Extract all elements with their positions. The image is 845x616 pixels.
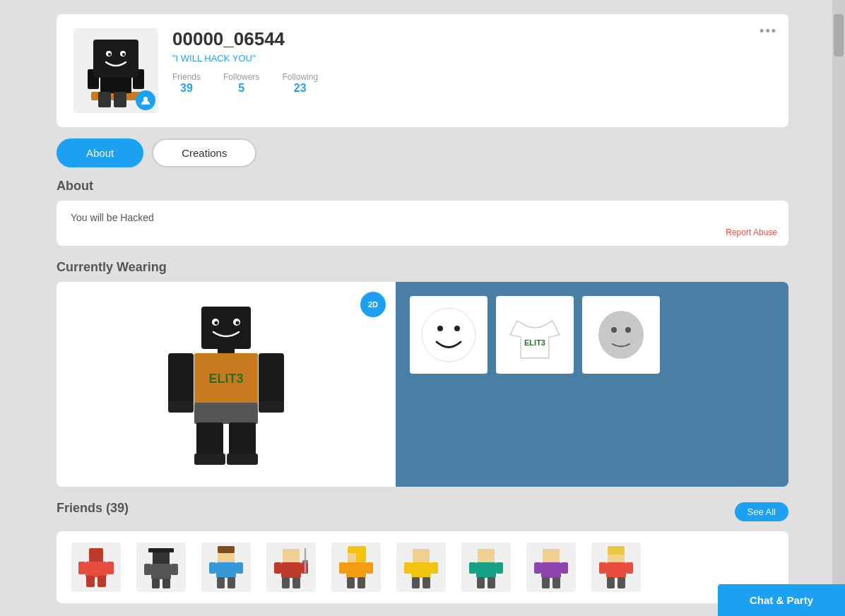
- svg-rect-60: [283, 549, 300, 563]
- svg-rect-23: [168, 401, 194, 413]
- svg-rect-13: [201, 307, 251, 349]
- profile-username: 00000_06544: [172, 28, 772, 50]
- svg-rect-61: [281, 562, 301, 578]
- wearing-card: 2D ELIT3: [57, 282, 788, 487]
- list-item[interactable]: [198, 543, 254, 592]
- stat-friends: Friends 39: [172, 72, 201, 95]
- friend-avatar: [136, 543, 186, 592]
- svg-rect-21: [168, 353, 194, 404]
- svg-rect-78: [404, 562, 411, 574]
- svg-rect-77: [411, 562, 431, 578]
- svg-rect-86: [477, 577, 485, 588]
- list-item[interactable]: [68, 543, 124, 592]
- stat-following-label: Following: [282, 72, 318, 82]
- svg-rect-25: [194, 403, 258, 424]
- svg-rect-95: [608, 546, 625, 555]
- chat-bar[interactable]: Chat & Party: [718, 584, 845, 616]
- svg-rect-45: [98, 576, 106, 587]
- profile-info: 00000_06544 "I WILL HACK YOU" Friends 39…: [172, 28, 772, 95]
- list-item[interactable]: [588, 543, 644, 592]
- character-3d: ELIT3: [155, 300, 297, 469]
- avatar-badge: [136, 90, 155, 110]
- profile-stats: Friends 39 Followers 5 Following 23: [172, 72, 772, 95]
- svg-point-16: [215, 321, 218, 325]
- svg-rect-89: [541, 562, 561, 578]
- svg-point-33: [454, 326, 460, 331]
- svg-point-17: [236, 321, 240, 325]
- list-item[interactable]: [263, 543, 319, 592]
- svg-rect-65: [292, 577, 300, 588]
- svg-rect-92: [542, 577, 550, 588]
- svg-rect-48: [151, 564, 171, 579]
- svg-rect-40: [89, 548, 103, 562]
- friend-avatar: [266, 543, 316, 592]
- list-item[interactable]: [523, 543, 579, 592]
- svg-point-10: [108, 53, 111, 56]
- svg-rect-88: [543, 549, 560, 563]
- svg-rect-64: [282, 577, 290, 588]
- friends-header: Friends (39) See All: [57, 501, 788, 523]
- svg-rect-59: [228, 577, 235, 588]
- more-options-button[interactable]: •••: [760, 24, 777, 39]
- list-item[interactable]: [393, 543, 449, 592]
- svg-point-11: [122, 53, 125, 56]
- svg-point-38: [611, 327, 617, 333]
- svg-rect-43: [107, 562, 114, 574]
- svg-rect-87: [488, 577, 495, 588]
- svg-rect-28: [194, 454, 225, 465]
- svg-point-31: [422, 308, 475, 362]
- head-item-svg: [589, 303, 653, 367]
- svg-rect-74: [347, 577, 355, 588]
- svg-rect-81: [422, 577, 430, 588]
- stat-friends-label: Friends: [172, 72, 201, 82]
- wearing-item-head[interactable]: [582, 296, 660, 374]
- wearing-2d-button[interactable]: 2D: [360, 292, 386, 317]
- svg-rect-50: [171, 564, 178, 575]
- svg-rect-24: [259, 401, 284, 413]
- svg-rect-84: [469, 562, 476, 574]
- svg-rect-83: [476, 562, 496, 578]
- svg-rect-51: [152, 579, 160, 588]
- svg-rect-62: [274, 562, 281, 574]
- tab-about[interactable]: About: [57, 138, 143, 167]
- svg-rect-71: [346, 562, 366, 578]
- wearing-item-shirt[interactable]: ELIT3: [496, 296, 574, 374]
- svg-rect-72: [339, 562, 346, 574]
- svg-rect-47: [148, 548, 174, 552]
- wearing-item-face[interactable]: [410, 296, 488, 374]
- svg-text:ELIT3: ELIT3: [208, 372, 243, 386]
- svg-rect-100: [618, 577, 625, 588]
- friend-avatar: [71, 543, 121, 592]
- list-item[interactable]: [458, 543, 514, 592]
- stat-following-value: 23: [294, 82, 307, 95]
- list-item[interactable]: [328, 543, 384, 592]
- friends-section: Friends (39) See All: [57, 501, 788, 603]
- svg-rect-4: [98, 92, 111, 107]
- stat-following: Following 23: [282, 72, 318, 95]
- svg-rect-57: [236, 562, 243, 574]
- svg-rect-55: [216, 562, 236, 578]
- friend-avatar: [461, 543, 511, 592]
- svg-text:ELIT3: ELIT3: [524, 338, 545, 347]
- svg-rect-54: [218, 546, 235, 553]
- svg-rect-44: [86, 576, 95, 587]
- svg-rect-75: [358, 577, 365, 588]
- friend-avatar: [591, 543, 641, 592]
- svg-rect-96: [606, 562, 626, 578]
- svg-rect-85: [496, 562, 503, 574]
- stat-followers-value: 5: [238, 82, 244, 95]
- tab-creations[interactable]: Creations: [152, 138, 256, 167]
- wearing-right: ELIT3: [396, 282, 788, 487]
- svg-rect-79: [431, 562, 438, 574]
- see-all-button[interactable]: See All: [735, 502, 788, 521]
- report-abuse-link[interactable]: Report Abuse: [726, 227, 777, 237]
- avatar-wrapper: [73, 28, 158, 113]
- list-item[interactable]: [133, 543, 189, 592]
- svg-rect-82: [478, 549, 495, 563]
- friend-avatar: [526, 543, 576, 592]
- svg-rect-49: [144, 564, 151, 575]
- svg-rect-76: [413, 549, 430, 563]
- about-card: You will be Hacked Report Abuse: [57, 201, 788, 246]
- svg-rect-41: [85, 562, 107, 577]
- wearing-section-title: Currently Wearing: [57, 260, 788, 275]
